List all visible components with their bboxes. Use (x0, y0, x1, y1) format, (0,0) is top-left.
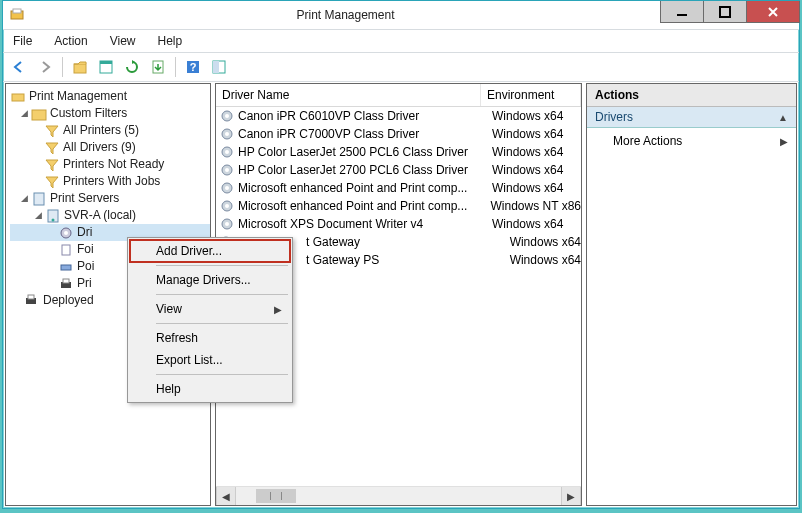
menu-view[interactable]: View (106, 32, 140, 50)
list-row[interactable]: HP Color LaserJet 2500 PCL6 Class Driver… (216, 143, 581, 161)
tree-label: Custom Filters (50, 105, 127, 122)
column-driver-name[interactable]: Driver Name (216, 84, 481, 106)
tree-label: Dri (77, 224, 92, 241)
cell-driver-name: HP Color LaserJet 2700 PCL6 Class Driver (238, 163, 486, 177)
list-row[interactable]: Microsoft enhanced Point and Print comp.… (216, 179, 581, 197)
tree-custom-filters[interactable]: ◢ Custom Filters (10, 105, 210, 122)
gear-icon (58, 225, 74, 241)
app-icon (9, 7, 25, 23)
tree-label: Deployed (43, 292, 94, 309)
tree-filter-item[interactable]: All Printers (5) (10, 122, 210, 139)
window-title: Print Management (31, 8, 660, 22)
menu-item[interactable]: Refresh (130, 327, 290, 349)
menu-separator (156, 323, 288, 324)
tree-label: Poi (77, 258, 94, 275)
cell-driver-name: Canon iPR C7000VP Class Driver (238, 127, 486, 141)
menu-separator (156, 265, 288, 266)
toolbar-separator (62, 57, 63, 77)
menu-item[interactable]: Manage Drivers... (130, 269, 290, 291)
titlebar: Print Management (3, 1, 799, 30)
expand-icon[interactable]: ◢ (32, 207, 45, 224)
back-button[interactable] (7, 56, 31, 78)
folder-icon (31, 106, 47, 122)
filter-icon (44, 174, 60, 190)
export-button[interactable] (146, 56, 170, 78)
actions-section[interactable]: Drivers ▲ (587, 107, 796, 128)
svg-rect-19 (62, 245, 70, 255)
svg-text:?: ? (190, 61, 197, 73)
filter-icon (44, 157, 60, 173)
list-row[interactable]: Canon iPR C7000VP Class DriverWindows x6… (216, 125, 581, 143)
cell-driver-name: Microsoft enhanced Point and Print comp.… (238, 181, 486, 195)
print-management-icon (10, 89, 26, 105)
list-row[interactable]: Canon iPR C6010VP Class DriverWindows x6… (216, 107, 581, 125)
up-button[interactable] (68, 56, 92, 78)
svg-rect-14 (34, 193, 44, 205)
tree-filter-item[interactable]: Printers Not Ready (10, 156, 210, 173)
actions-section-label: Drivers (595, 110, 778, 124)
menu-help[interactable]: Help (154, 32, 187, 50)
minimize-button[interactable] (660, 1, 704, 23)
expand-icon[interactable]: ◢ (18, 105, 31, 122)
close-button[interactable] (747, 1, 800, 23)
filter-icon (44, 123, 60, 139)
menu-item[interactable]: Add Driver... (130, 240, 290, 262)
menu-file[interactable]: File (9, 32, 36, 50)
toolbar: ? (3, 53, 799, 82)
cell-environment: Windows x64 (504, 235, 581, 249)
svg-rect-24 (28, 295, 34, 299)
printer-icon (58, 276, 74, 292)
cell-environment: Windows x64 (486, 145, 581, 159)
collapse-icon[interactable]: ▲ (778, 112, 788, 123)
tree-label: Printers With Jobs (63, 173, 160, 190)
tree-server[interactable]: ◢ SVR-A (local) (10, 207, 210, 224)
list-row[interactable]: Microsoft XPS Document Writer v4Windows … (216, 215, 581, 233)
tree-root[interactable]: Print Management (10, 88, 210, 105)
menu-item[interactable]: Help (130, 378, 290, 400)
server-icon (31, 191, 47, 207)
menu-separator (156, 374, 288, 375)
menu-item[interactable]: View▶ (130, 298, 290, 320)
cell-driver-name: Canon iPR C6010VP Class Driver (238, 109, 486, 123)
tree-print-servers[interactable]: ◢ Print Servers (10, 190, 210, 207)
maximize-button[interactable] (704, 1, 747, 23)
driver-icon (219, 126, 235, 142)
driver-icon (219, 108, 235, 124)
svg-point-38 (225, 222, 229, 226)
menu-action[interactable]: Action (50, 32, 91, 50)
tree-filter-item[interactable]: Printers With Jobs (10, 173, 210, 190)
properties-button[interactable] (94, 56, 118, 78)
cell-environment: Windows x64 (486, 109, 581, 123)
tree-label: Print Servers (50, 190, 119, 207)
tree-label: Pri (77, 275, 92, 292)
help-button[interactable]: ? (181, 56, 205, 78)
cell-environment: Windows x64 (486, 217, 581, 231)
column-environment[interactable]: Environment (481, 84, 581, 106)
refresh-button[interactable] (120, 56, 144, 78)
menu-item[interactable]: Export List... (130, 349, 290, 371)
driver-icon (219, 144, 235, 160)
menubar: File Action View Help (3, 30, 799, 53)
list-row[interactable]: Microsoft enhanced Point and Print comp.… (216, 197, 581, 215)
console-button[interactable] (207, 56, 231, 78)
svg-point-26 (225, 114, 229, 118)
scroll-left-button[interactable]: ◀ (216, 487, 236, 505)
tree-label: Printers Not Ready (63, 156, 164, 173)
tree-filter-item[interactable]: All Drivers (9) (10, 139, 210, 156)
scroll-thumb[interactable] (256, 489, 296, 503)
svg-rect-11 (213, 61, 219, 73)
driver-icon (219, 216, 235, 232)
expand-icon[interactable]: ◢ (18, 190, 31, 207)
scroll-track[interactable] (236, 487, 561, 505)
driver-icon (219, 180, 235, 196)
context-menu[interactable]: Add Driver...Manage Drivers...View▶Refre… (127, 237, 293, 403)
svg-rect-4 (74, 64, 86, 73)
horizontal-scrollbar[interactable]: ◀ ▶ (216, 486, 581, 505)
list-row[interactable]: HP Color LaserJet 2700 PCL6 Class Driver… (216, 161, 581, 179)
scroll-right-button[interactable]: ▶ (561, 487, 581, 505)
forward-button[interactable] (33, 56, 57, 78)
actions-more[interactable]: More Actions ▶ (587, 128, 796, 154)
list-header: Driver Name Environment (216, 84, 581, 107)
tree-label: Foi (77, 241, 94, 258)
tree-label: SVR-A (local) (64, 207, 136, 224)
